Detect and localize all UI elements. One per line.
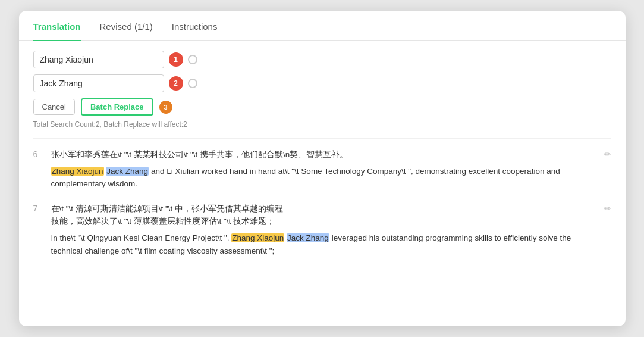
radio-2[interactable] bbox=[188, 79, 197, 88]
segment-6: 6 张小军和李秀莲在\t "\t 某某科技公司\t "\t 携手共事，他们配合默… bbox=[33, 148, 611, 191]
status-text: Total Search Count:2, Batch Replace will… bbox=[33, 120, 611, 129]
badge-3: 3 bbox=[159, 101, 172, 114]
edit-icon-7[interactable]: ✏ bbox=[604, 202, 611, 257]
highlight-zhang-xiaojun-7: Zhang Xiaojun bbox=[231, 233, 284, 242]
seg-source-6: 张小军和李秀莲在\t "\t 某某科技公司\t "\t 携手共事，他们配合默\n… bbox=[51, 148, 597, 161]
seg-num-7: 7 bbox=[33, 202, 44, 257]
edit-icon-6[interactable]: ✏ bbox=[604, 148, 611, 191]
seg-body-7: 在\t "\t 清源可斯清洁能源项目\t "\t 中，张小军凭借其卓越的编程技能… bbox=[51, 202, 597, 257]
radio-1[interactable] bbox=[188, 55, 197, 64]
seg-translation-6: Zhang Xiaojun Jack Zhang and Li Xiulian … bbox=[51, 165, 597, 191]
search-input-1[interactable] bbox=[33, 51, 164, 68]
cancel-button[interactable]: Cancel bbox=[33, 99, 75, 115]
action-row: Cancel Batch Replace 3 bbox=[33, 98, 611, 116]
seg-source-7: 在\t "\t 清源可斯清洁能源项目\t "\t 中，张小军凭借其卓越的编程技能… bbox=[51, 202, 597, 228]
content-area: 1 2 Cancel Batch Replace 3 Total Search … bbox=[19, 41, 626, 283]
prefix-text-7: In the\t "\t Qingyuan Kesi Clean Energy … bbox=[51, 233, 232, 242]
search-input-2[interactable] bbox=[33, 74, 164, 92]
main-window: Translation Revised (1/1) Instructions 1… bbox=[19, 11, 626, 326]
badge-2: 2 bbox=[169, 76, 183, 91]
seg-translation-7: In the\t "\t Qingyuan Kesi Clean Energy … bbox=[51, 232, 597, 257]
tab-bar: Translation Revised (1/1) Instructions bbox=[19, 11, 626, 41]
segment-7: 7 在\t "\t 清源可斯清洁能源项目\t "\t 中，张小军凭借其卓越的编程… bbox=[33, 202, 611, 257]
divider bbox=[33, 138, 611, 139]
batch-replace-button[interactable]: Batch Replace bbox=[81, 98, 153, 116]
seg-num-6: 6 bbox=[33, 148, 44, 191]
tab-translation[interactable]: Translation bbox=[33, 11, 81, 41]
tab-instructions[interactable]: Instructions bbox=[172, 11, 218, 41]
tab-revised[interactable]: Revised (1/1) bbox=[100, 11, 153, 41]
search-row-2: 2 bbox=[33, 74, 611, 92]
highlight-jack-zhang-7: Jack Zhang bbox=[287, 233, 329, 242]
seg-body-6: 张小军和李秀莲在\t "\t 某某科技公司\t "\t 携手共事，他们配合默\n… bbox=[51, 148, 597, 191]
search-row-1: 1 bbox=[33, 51, 611, 68]
highlight-zhang-xiaojun-6: Zhang Xiaojun bbox=[51, 167, 104, 176]
highlight-jack-zhang-6: Jack Zhang bbox=[106, 167, 149, 176]
badge-1: 1 bbox=[169, 52, 183, 67]
